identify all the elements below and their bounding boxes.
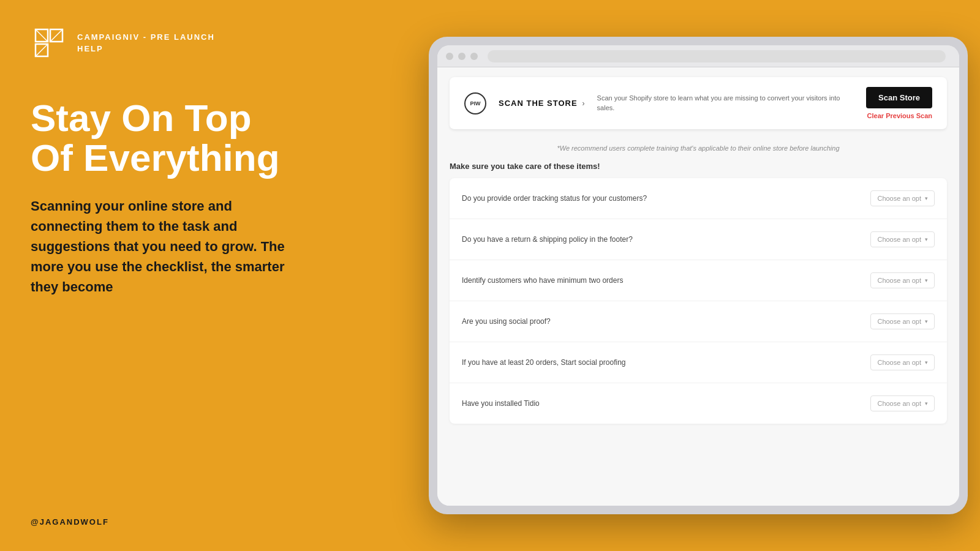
logo-area: CAMPAIGNIV - PRE LAUNCH HELP — [31, 24, 294, 61]
browser-dot-3 — [470, 53, 478, 60]
social-handle: @JAGANDWOLF — [31, 517, 109, 527]
svg-line-5 — [36, 44, 48, 56]
scan-header: PIW SCAN THE STORE › Scan your Shopify s… — [450, 77, 947, 130]
recommendation-text: *We recommend users complete training th… — [437, 140, 959, 162]
checklist-items: Do you provide order tracking status for… — [450, 178, 947, 424]
right-panel: PIW SCAN THE STORE › Scan your Shopify s… — [429, 37, 968, 514]
logo-text: CAMPAIGNIV - PRE LAUNCH HELP — [77, 31, 215, 55]
item-question: Have you installed Tidio — [462, 399, 858, 409]
checklist-item: Are you using social proof?Choose an opt… — [450, 301, 947, 342]
plw-badge: PIW — [464, 92, 486, 114]
checklist-section: Make sure you take care of these items! … — [437, 162, 959, 436]
checklist-item: If you have at least 20 orders, Start so… — [450, 342, 947, 383]
choose-dropdown[interactable]: Choose an opt ▾ — [870, 190, 935, 206]
checklist-item: Have you installed TidioChoose an opt ▾ — [450, 383, 947, 424]
choose-dropdown[interactable]: Choose an opt ▾ — [870, 313, 935, 329]
choose-dropdown[interactable]: Choose an opt ▾ — [870, 395, 935, 411]
scan-description: Scan your Shopify store to learn what yo… — [597, 94, 854, 113]
scan-actions: Scan Store Clear Previous Scan — [866, 87, 932, 119]
scan-chevron-icon: › — [582, 99, 585, 108]
browser-top-bar — [437, 45, 959, 67]
tablet-inner: PIW SCAN THE STORE › Scan your Shopify s… — [437, 45, 959, 506]
clear-previous-button[interactable]: Clear Previous Scan — [867, 112, 932, 119]
choose-dropdown[interactable]: Choose an opt ▾ — [870, 231, 935, 247]
item-question: Do you provide order tracking status for… — [462, 193, 858, 204]
scan-store-button[interactable]: Scan Store — [866, 87, 932, 108]
checklist-heading: Make sure you take care of these items! — [450, 162, 947, 171]
choose-dropdown[interactable]: Choose an opt ▾ — [870, 272, 935, 288]
checklist-item: Identify customers who have minimum two … — [450, 260, 947, 301]
browser-content: PIW SCAN THE STORE › Scan your Shopify s… — [437, 67, 959, 506]
left-panel: CAMPAIGNIV - PRE LAUNCH HELP Stay On Top… — [0, 0, 325, 551]
scan-title-area: SCAN THE STORE › — [499, 99, 585, 108]
checklist-item: Do you provide order tracking status for… — [450, 178, 947, 219]
item-question: Identify customers who have minimum two … — [462, 276, 858, 286]
tablet-frame: PIW SCAN THE STORE › Scan your Shopify s… — [429, 37, 968, 514]
checklist-item: Do you have a return & shipping policy i… — [450, 219, 947, 260]
scan-title: SCAN THE STORE — [499, 99, 578, 108]
browser-dot-1 — [446, 53, 453, 60]
svg-line-4 — [50, 29, 62, 42]
svg-line-3 — [36, 29, 48, 42]
browser-dot-2 — [458, 53, 466, 60]
item-question: Are you using social proof? — [462, 317, 858, 327]
main-heading: Stay On Top Of Everything — [31, 98, 294, 178]
choose-dropdown[interactable]: Choose an opt ▾ — [870, 354, 935, 370]
item-question: Do you have a return & shipping policy i… — [462, 234, 858, 245]
item-question: If you have at least 20 orders, Start so… — [462, 358, 858, 368]
logo-icon — [31, 24, 67, 61]
sub-text: Scanning your online store and connectin… — [31, 196, 294, 297]
browser-address-bar — [488, 50, 946, 62]
